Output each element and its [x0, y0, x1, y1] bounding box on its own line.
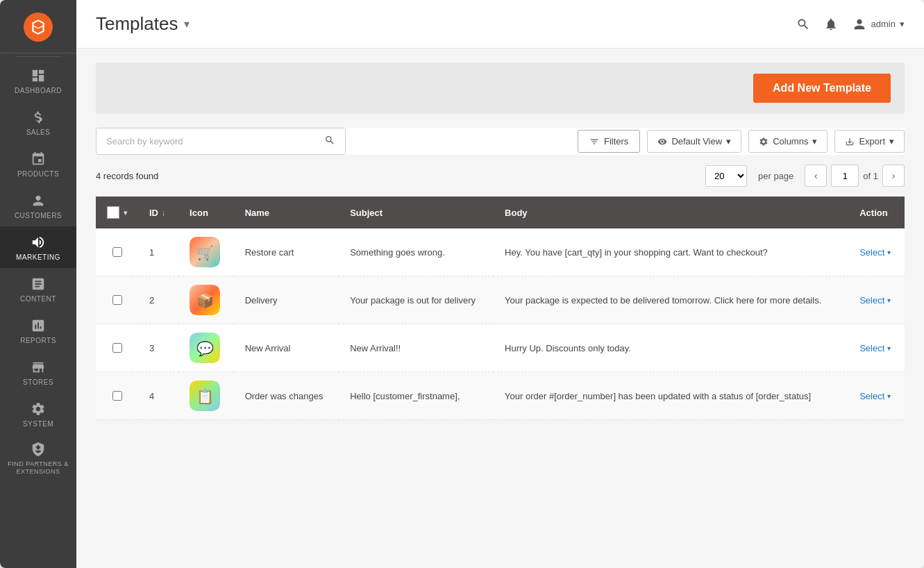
admin-user-btn[interactable]: admin ▾ — [852, 17, 905, 32]
table-row: 4 📋 Order was changes — [96, 372, 905, 420]
row-icon-cell: 📋 — [178, 372, 234, 420]
search-submit-icon — [324, 135, 335, 146]
select-caret-icon: ▾ — [887, 249, 891, 256]
page-of-text: of 1 — [863, 171, 878, 181]
row-name: New Arrival — [234, 324, 339, 372]
title-chevron-icon[interactable]: ▾ — [184, 17, 190, 31]
marketing-icon — [31, 235, 46, 250]
default-view-label: Default View — [671, 136, 722, 147]
sidebar-item-content[interactable]: CONTENT — [0, 268, 76, 310]
row-checkbox-cell — [96, 324, 138, 372]
svg-text:📦: 📦 — [196, 292, 214, 309]
row-select-button[interactable]: Select ▾ — [859, 295, 893, 306]
sidebar-item-label: CONTENT — [20, 295, 56, 303]
new-arrival-icon: 💬 — [190, 333, 220, 363]
row-action-cell: Select ▾ — [848, 324, 905, 372]
dashboard-icon — [31, 68, 46, 83]
row-subject: Hello [customer_firstname], — [339, 372, 494, 420]
sidebar-item-dashboard[interactable]: DASHBOARD — [0, 60, 76, 101]
view-icon — [657, 137, 667, 147]
page-title-area: Templates ▾ — [96, 13, 190, 35]
row-checkbox[interactable] — [112, 391, 122, 401]
th-name: Name — [234, 197, 339, 228]
row-select-button[interactable]: Select ▾ — [859, 391, 893, 401]
th-checkbox: ▾ — [96, 197, 138, 228]
svg-text:📋: 📋 — [196, 388, 214, 405]
row-name: Delivery — [234, 276, 339, 324]
sidebar-item-label: MARKETING — [16, 253, 60, 261]
sidebar-item-customers[interactable]: CUSTOMERS — [0, 185, 76, 226]
export-icon — [845, 137, 855, 147]
topbar-actions: admin ▾ — [796, 17, 905, 32]
export-button[interactable]: Export ▾ — [834, 130, 905, 153]
select-caret-icon: ▾ — [887, 344, 891, 352]
table-row: 1 🛒 Restore cart Some — [96, 228, 905, 276]
row-checkbox-cell — [96, 372, 138, 420]
th-subject: Subject — [339, 197, 494, 228]
sidebar-item-label: CUSTOMERS — [15, 212, 62, 219]
row-checkbox[interactable] — [112, 343, 122, 353]
row-select-button[interactable]: Select ▾ — [859, 343, 893, 353]
notification-icon[interactable] — [824, 17, 838, 31]
page-title: Templates — [96, 13, 178, 35]
prev-page-button[interactable]: ‹ — [805, 165, 827, 187]
row-id: 2 — [138, 276, 178, 324]
sidebar-item-stores[interactable]: STORES — [0, 351, 76, 393]
select-all-checkbox[interactable] — [107, 206, 119, 219]
sidebar-item-system[interactable]: SYSTEM — [0, 393, 76, 435]
view-caret-icon: ▾ — [726, 136, 731, 147]
search-box — [96, 128, 346, 155]
page-number-input[interactable] — [831, 165, 859, 187]
row-id: 3 — [138, 324, 178, 372]
row-checkbox-cell — [96, 276, 138, 324]
sidebar-item-products[interactable]: PRODUCTS — [0, 143, 76, 185]
per-page-dropdown[interactable]: 20 30 50 100 — [706, 166, 746, 186]
sidebar-item-sales[interactable]: SALES — [0, 101, 76, 143]
row-checkbox[interactable] — [112, 247, 122, 257]
select-all-caret-icon[interactable]: ▾ — [124, 209, 127, 217]
admin-caret-icon: ▾ — [900, 19, 905, 29]
row-id: 4 — [138, 372, 178, 420]
sidebar-item-label: REPORTS — [20, 337, 56, 344]
row-select-button[interactable]: Select ▾ — [859, 247, 893, 258]
search-button[interactable] — [314, 128, 345, 154]
sidebar-item-marketing[interactable]: MARKETING — [0, 226, 76, 268]
logo[interactable] — [0, 0, 76, 53]
table-header-row: ▾ ID ↓ Icon Name Subject Body — [96, 197, 905, 228]
main-content: Templates ▾ admin ▾ Add New Template — [76, 0, 924, 568]
export-label: Export — [859, 136, 885, 147]
search-icon[interactable] — [796, 17, 810, 31]
records-count: 4 records found — [96, 171, 158, 181]
add-new-template-button[interactable]: Add New Template — [753, 74, 891, 103]
row-body: Your order #[order_number] has been upda… — [494, 372, 848, 420]
sidebar-item-reports[interactable]: REPORTS — [0, 310, 76, 351]
columns-button[interactable]: Columns ▾ — [748, 130, 828, 153]
per-page-select[interactable]: 20 30 50 100 — [705, 165, 747, 187]
sidebar-item-find-partners[interactable]: FIND PARTNERS & EXTENSIONS — [0, 435, 76, 481]
th-id[interactable]: ID ↓ — [138, 197, 178, 228]
sales-icon — [31, 110, 46, 125]
next-page-button[interactable]: › — [882, 165, 905, 187]
sidebar-item-label: PRODUCTS — [17, 170, 59, 178]
default-view-button[interactable]: Default View ▾ — [647, 130, 741, 153]
filters-button[interactable]: Filters — [578, 130, 640, 153]
filters-label: Filters — [604, 136, 628, 147]
sidebar-item-label: DASHBOARD — [15, 87, 62, 94]
th-action: Action — [848, 197, 905, 228]
id-sort-icon: ↓ — [162, 208, 166, 217]
pagination: 20 30 50 100 per page ‹ of 1 › — [705, 165, 905, 187]
products-icon — [31, 151, 46, 167]
admin-label: admin — [871, 19, 896, 29]
row-checkbox[interactable] — [112, 295, 122, 305]
svg-text:💬: 💬 — [196, 340, 214, 357]
page-nav: ‹ of 1 › — [805, 165, 905, 187]
row-subject: Your package is out for delivery — [339, 276, 494, 324]
content-area: Add New Template Filters — [76, 49, 924, 568]
row-icon-cell: 💬 — [178, 324, 234, 372]
partners-icon — [31, 442, 46, 457]
search-input[interactable] — [96, 130, 314, 153]
svg-text:🛒: 🛒 — [196, 244, 214, 261]
row-body: Hey. You have [cart_qty] in your shoppin… — [494, 228, 848, 276]
row-checkbox-cell — [96, 228, 138, 276]
templates-table: ▾ ID ↓ Icon Name Subject Body — [96, 197, 905, 420]
